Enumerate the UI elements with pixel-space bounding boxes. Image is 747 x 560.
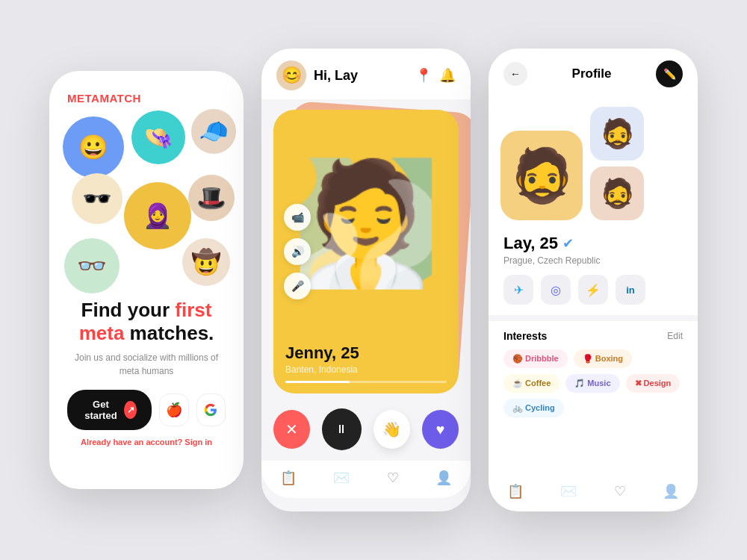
location-icon[interactable]: 📍 xyxy=(415,67,432,84)
interests-header: Interests Edit xyxy=(503,330,683,342)
pause-button[interactable]: ⏸ xyxy=(322,408,362,450)
avatars-grid: 😀 👒 🧢 🕶️ 🧕 🎩 👓 🤠 xyxy=(49,108,244,287)
edit-button[interactable]: ✏️ xyxy=(656,60,683,87)
p3-nav-profile[interactable]: 👤 xyxy=(663,483,679,500)
progress-fill xyxy=(285,381,350,383)
progress-bar xyxy=(285,381,447,383)
side-avatar-1: 🧔 xyxy=(590,107,644,161)
back-button[interactable]: ← xyxy=(503,62,527,86)
avatar-8: 🤠 xyxy=(182,238,230,286)
avatar-5: 🧕 xyxy=(124,182,191,249)
profile-title: Profile xyxy=(572,66,612,81)
headline: Find your first meta matches. xyxy=(67,299,226,345)
mic-btn[interactable]: 🎤 xyxy=(284,273,311,299)
like-button[interactable]: ♥ xyxy=(422,410,459,449)
logo: METAMATCH xyxy=(67,92,226,105)
nav-profile[interactable]: 👤 xyxy=(436,470,452,486)
avatar-1: 😀 xyxy=(63,116,124,178)
tag-dribbble[interactable]: 🏀 Dribbble xyxy=(503,349,568,368)
card-controls: 📹 🔊 🎤 xyxy=(284,204,311,299)
profile-name: Lay, 25 xyxy=(503,234,558,253)
card-main: 📹 🔊 🎤 🧖 Jenny, 25 Banten, Indonesia xyxy=(273,110,459,393)
cta-row: Get started ↗ 🍎 xyxy=(67,390,226,430)
interests-section: Interests Edit 🏀 Dribbble 🥊 Boxing ☕ Cof… xyxy=(489,321,698,474)
discord-button[interactable]: ◎ xyxy=(541,275,571,305)
interests-title: Interests xyxy=(503,330,547,342)
phone-landing: METAMATCH 😀 👒 🧢 🕶️ 🧕 🎩 👓 🤠 Find your fir… xyxy=(49,71,244,489)
side-avatar-2: 🧔 xyxy=(590,167,644,220)
name-row: Lay, 25 ✔ xyxy=(503,234,683,253)
avatar-6: 🎩 xyxy=(188,175,235,221)
p3-nav-likes[interactable]: ♡ xyxy=(614,483,626,500)
tag-coffee[interactable]: ☕ Coffee xyxy=(503,374,560,393)
phone-profile: ← Profile ✏️ 🧔 🧔 🧔 Lay, 25 ✔ Prague, Cze… xyxy=(489,49,698,511)
social-links: ✈ ◎ ⚡ in xyxy=(503,275,683,305)
nav-cards[interactable]: 📋 xyxy=(280,470,297,486)
nav-likes[interactable]: ♡ xyxy=(387,470,399,486)
avatar-7: 👓 xyxy=(64,238,120,293)
video-btn[interactable]: 📹 xyxy=(284,204,311,231)
p3-nav-messages[interactable]: ✉️ xyxy=(560,483,577,500)
subtext: Join us and socialize with millions of m… xyxy=(67,351,226,378)
bottom-nav: 📋 ✉️ ♡ 👤 xyxy=(261,461,471,498)
arrow-icon: ↗ xyxy=(124,401,137,419)
card-stack: 📹 🔊 🎤 🧖 Jenny, 25 Banten, Indonesia xyxy=(273,107,459,398)
profile-avatar-row: 🧔 🧔 🧔 xyxy=(489,98,698,226)
avatar-4: 🕶️ xyxy=(72,173,123,224)
header-icons: 📍 🔔 xyxy=(415,67,456,84)
avatar-2: 👒 xyxy=(131,111,185,164)
match-name: Jenny, 25 xyxy=(285,343,447,363)
signin-text: Already have an account? Sign in xyxy=(67,438,226,447)
avatar-3: 🧢 xyxy=(191,109,236,154)
match-header: 😊 Hi, Lay 📍 🔔 xyxy=(261,49,471,99)
tag-cycling[interactable]: 🚲 Cycling xyxy=(503,399,564,417)
verified-icon: ✔ xyxy=(562,235,574,252)
audio-btn[interactable]: 🔊 xyxy=(284,238,311,265)
tag-music[interactable]: 🎵 Music xyxy=(565,374,619,393)
nav-messages[interactable]: ✉️ xyxy=(333,470,350,486)
greeting: Hi, Lay xyxy=(314,68,408,84)
match-location: Banten, Indonesia xyxy=(285,364,447,375)
profile-location: Prague, Czech Republic xyxy=(503,255,683,266)
card-info: Jenny, 25 Banten, Indonesia xyxy=(273,336,459,393)
google-signin-button[interactable] xyxy=(196,393,226,426)
apple-signin-button[interactable]: 🍎 xyxy=(159,393,188,426)
linkedin-button[interactable]: in xyxy=(616,275,645,305)
notification-icon[interactable]: 🔔 xyxy=(439,67,456,84)
tags-row: 🏀 Dribbble 🥊 Boxing ☕ Coffee 🎵 Music ✖ D… xyxy=(503,349,683,417)
profile-header: ← Profile ✏️ xyxy=(489,49,698,98)
profile-main-avatar: 🧔 xyxy=(500,131,583,220)
tag-design[interactable]: ✖ Design xyxy=(626,374,681,393)
get-started-button[interactable]: Get started ↗ xyxy=(67,390,152,430)
tag-boxing[interactable]: 🥊 Boxing xyxy=(574,349,632,368)
wave-button[interactable]: 👋 xyxy=(374,410,410,449)
interests-edit-link[interactable]: Edit xyxy=(667,331,683,341)
messenger-button[interactable]: ⚡ xyxy=(578,275,608,305)
telegram-button[interactable]: ✈ xyxy=(503,275,533,305)
profile-info: Lay, 25 ✔ Prague, Czech Republic ✈ ◎ ⚡ i… xyxy=(489,226,698,305)
profile-bottom-nav: 📋 ✉️ ♡ 👤 xyxy=(489,474,698,511)
phone-match: 😊 Hi, Lay 📍 🔔 📹 🔊 🎤 🧖 Jenny, 25 Banten, … xyxy=(261,49,471,511)
dislike-button[interactable]: ✕ xyxy=(273,410,310,449)
action-row: ✕ ⏸ 👋 ♥ xyxy=(261,398,471,461)
user-avatar: 😊 xyxy=(276,60,306,90)
p3-nav-cards[interactable]: 📋 xyxy=(507,483,524,500)
profile-side-avatars: 🧔 🧔 xyxy=(590,107,644,220)
signin-link[interactable]: Sign in xyxy=(185,438,212,447)
